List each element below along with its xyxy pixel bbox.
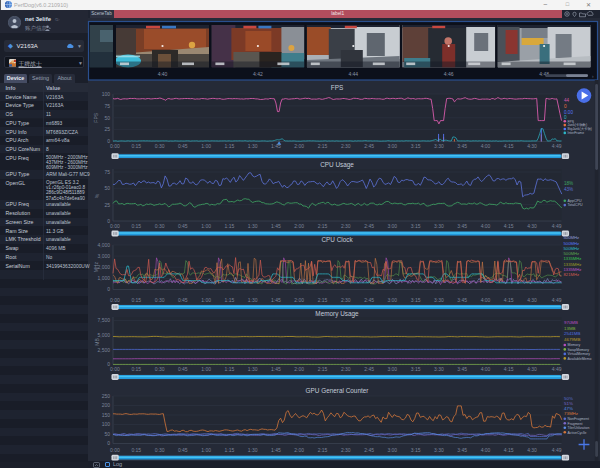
svg-text:2,500: 2,500 — [97, 347, 110, 353]
svg-text:3,000: 3,000 — [97, 253, 110, 259]
svg-text:0:45: 0:45 — [178, 447, 188, 453]
svg-text:2:45: 2:45 — [364, 297, 374, 303]
svg-text:0:30: 0:30 — [155, 143, 165, 149]
svg-text:150: 150 — [102, 412, 111, 418]
svg-text:1:45: 1:45 — [271, 366, 281, 372]
svg-text:TotalCPU: TotalCPU — [568, 203, 584, 207]
svg-text:2:45: 2:45 — [364, 447, 374, 453]
svg-text:0: 0 — [564, 104, 567, 109]
svg-text:0:30: 0:30 — [155, 297, 165, 303]
svg-text:1335MHz: 1335MHz — [564, 256, 582, 261]
svg-text:4:15: 4:15 — [504, 297, 514, 303]
svg-text:4:00: 4:00 — [481, 297, 491, 303]
svg-text:VirtualMemory: VirtualMemory — [568, 352, 591, 356]
svg-text:0:15: 0:15 — [131, 366, 141, 372]
svg-text:2541MB: 2541MB — [564, 331, 580, 336]
svg-text:3:00: 3:00 — [387, 223, 397, 229]
svg-text:3:15: 3:15 — [411, 143, 421, 149]
svg-text:0:30: 0:30 — [155, 447, 165, 453]
svg-text:25: 25 — [104, 126, 110, 132]
svg-text:821MHz: 821MHz — [564, 272, 580, 277]
svg-text:3:30: 3:30 — [434, 223, 444, 229]
svg-text:0:00: 0:00 — [110, 223, 120, 229]
svg-text:1:00: 1:00 — [201, 297, 211, 303]
svg-text:5,000: 5,000 — [97, 332, 110, 338]
svg-text:2:15: 2:15 — [318, 366, 328, 372]
svg-text:CPU Usage: CPU Usage — [320, 161, 354, 169]
svg-text:4:15: 4:15 — [504, 223, 514, 229]
svg-text:75: 75 — [104, 103, 110, 109]
svg-text:1:30: 1:30 — [248, 143, 258, 149]
svg-text:0:45: 0:45 — [178, 143, 188, 149]
svg-text:1:30: 1:30 — [248, 223, 258, 229]
svg-text:50: 50 — [104, 185, 110, 191]
svg-text:4:00: 4:00 — [481, 366, 491, 372]
svg-text:4:00: 4:00 — [481, 143, 491, 149]
svg-text:4679MB: 4679MB — [564, 337, 580, 342]
svg-text:4:49: 4:49 — [552, 297, 562, 303]
svg-text:75: 75 — [104, 169, 110, 175]
svg-text:1:00: 1:00 — [201, 143, 211, 149]
svg-text:1:15: 1:15 — [225, 366, 235, 372]
svg-text:50: 50 — [104, 431, 110, 437]
svg-text:1:00: 1:00 — [201, 366, 211, 372]
svg-text:4:49: 4:49 — [552, 223, 562, 229]
svg-text:1:45: 1:45 — [271, 223, 281, 229]
svg-text:1335MHz: 1335MHz — [564, 267, 582, 272]
svg-text:0:30: 0:30 — [155, 223, 165, 229]
svg-text:GPU General Counter: GPU General Counter — [306, 387, 370, 394]
svg-text:2:15: 2:15 — [318, 143, 328, 149]
svg-text:2:00: 2:00 — [294, 447, 304, 453]
svg-text:0: 0 — [107, 440, 110, 446]
svg-text:2:15: 2:15 — [318, 297, 328, 303]
svg-text:ActiveCyclle: ActiveCyclle — [568, 431, 587, 435]
svg-text:2:00: 2:00 — [294, 223, 304, 229]
svg-text:MB: MB — [94, 338, 100, 346]
svg-text:FPS: FPS — [94, 112, 100, 122]
svg-text:3:45: 3:45 — [457, 143, 467, 149]
svg-text:4:49: 4:49 — [552, 447, 562, 453]
svg-text:3:00: 3:00 — [387, 447, 397, 453]
svg-text:3:00: 3:00 — [387, 366, 397, 372]
svg-text:4:42: 4:42 — [253, 71, 263, 77]
svg-text:1:15: 1:15 — [225, 143, 235, 149]
svg-text:3:15: 3:15 — [411, 297, 421, 303]
svg-text:0:00: 0:00 — [110, 297, 120, 303]
svg-text:4:49: 4:49 — [552, 366, 562, 372]
svg-text:AvailableMemo: AvailableMemo — [568, 357, 592, 361]
svg-text:25: 25 — [104, 202, 110, 208]
svg-text:2:30: 2:30 — [341, 366, 351, 372]
svg-text:1:30: 1:30 — [248, 297, 258, 303]
svg-text:AppCPU: AppCPU — [568, 199, 582, 203]
svg-text:1:45: 1:45 — [271, 297, 281, 303]
svg-text:4:46: 4:46 — [444, 71, 454, 77]
svg-text:44: 44 — [564, 98, 570, 103]
svg-text:2:45: 2:45 — [364, 143, 374, 149]
svg-text:4:00: 4:00 — [481, 223, 491, 229]
svg-text:0:30: 0:30 — [155, 366, 165, 372]
svg-text:4:44: 4:44 — [348, 71, 358, 77]
svg-text:2:00: 2:00 — [294, 297, 304, 303]
svg-text:0:45: 0:45 — [178, 223, 188, 229]
svg-text:1:00: 1:00 — [201, 223, 211, 229]
svg-text:500MHz: 500MHz — [564, 235, 580, 240]
svg-text:18%: 18% — [564, 181, 573, 186]
svg-text:3:30: 3:30 — [434, 143, 444, 149]
svg-text:1:15: 1:15 — [225, 223, 235, 229]
svg-text:0:15: 0:15 — [131, 223, 141, 229]
svg-text:%: % — [94, 193, 100, 198]
svg-text:2:45: 2:45 — [364, 223, 374, 229]
svg-text:4:00: 4:00 — [481, 447, 491, 453]
svg-text:4:15: 4:15 — [504, 447, 514, 453]
svg-text:7,500: 7,500 — [97, 317, 110, 323]
svg-text:3:00: 3:00 — [387, 297, 397, 303]
svg-text:2,000: 2,000 — [97, 264, 110, 270]
svg-text:InterFrame: InterFrame — [568, 131, 585, 135]
svg-text:2:15: 2:15 — [318, 223, 328, 229]
svg-text:2:30: 2:30 — [341, 223, 351, 229]
svg-text:0:45: 0:45 — [178, 366, 188, 372]
svg-text:2:45: 2:45 — [364, 366, 374, 372]
svg-text:2:30: 2:30 — [341, 447, 351, 453]
svg-text:SwapMemory: SwapMemory — [568, 348, 590, 352]
svg-text:100: 100 — [102, 91, 111, 97]
